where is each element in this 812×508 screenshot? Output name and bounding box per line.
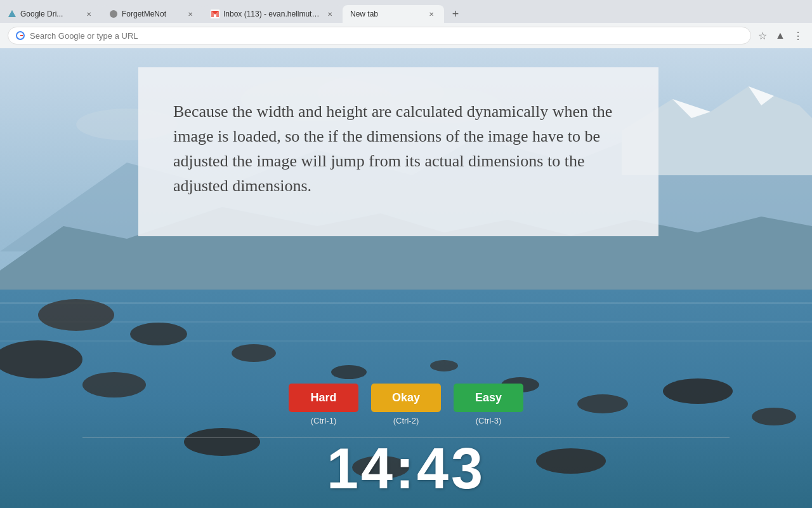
- okay-shortcut: (Ctrl-2): [393, 416, 419, 425]
- svg-point-27: [184, 428, 260, 456]
- omnibar-icons: ☆ ▲ ⋮: [756, 29, 804, 42]
- menu-icon[interactable]: ⋮: [792, 29, 804, 42]
- tab-google-drive-close[interactable]: ✕: [84, 9, 94, 19]
- okay-group: Okay (Ctrl-2): [371, 384, 441, 425]
- tab-newtab-close[interactable]: ✕: [426, 9, 436, 19]
- address-bar[interactable]: [8, 27, 751, 44]
- tab-forgetmenot-label: ForgetMeNot: [122, 10, 180, 18]
- bookmark-icon[interactable]: ☆: [756, 29, 769, 42]
- browser-frame: Google Dri... ✕ ForgetMeNot ✕ Inbox: [0, 0, 812, 508]
- easy-group: Easy (Ctrl-3): [454, 384, 523, 425]
- svg-point-20: [430, 360, 458, 371]
- svg-rect-13: [0, 302, 812, 304]
- tab-google-drive[interactable]: Google Dri... ✕: [0, 5, 102, 23]
- tab-gmail[interactable]: Inbox (113) - evan.hellmuth@... ✕: [203, 5, 343, 23]
- hard-button[interactable]: Hard: [289, 384, 358, 412]
- svg-point-2: [110, 10, 117, 18]
- tab-google-drive-label: Google Dri...: [20, 10, 79, 18]
- timer-display: 14:43: [327, 436, 485, 502]
- tab-newtab[interactable]: New tab ✕: [343, 5, 444, 23]
- svg-rect-14: [0, 321, 812, 323]
- tab-bar: Google Dri... ✕ ForgetMeNot ✕ Inbox: [0, 0, 812, 23]
- new-tab-button[interactable]: +: [447, 5, 464, 23]
- tab-newtab-label: New tab: [350, 10, 421, 18]
- svg-point-19: [331, 365, 367, 379]
- forgetmenot-favicon: [109, 10, 118, 18]
- easy-button[interactable]: Easy: [454, 384, 523, 412]
- svg-point-17: [130, 323, 187, 345]
- svg-point-22: [577, 394, 628, 413]
- controls-area: Hard (Ctrl-1) Okay (Ctrl-2) Easy (Ctrl-3…: [289, 384, 523, 425]
- svg-point-24: [752, 408, 796, 425]
- tab-gmail-close[interactable]: ✕: [325, 9, 335, 19]
- search-input[interactable]: [30, 31, 743, 41]
- user-icon[interactable]: ▲: [774, 29, 787, 42]
- svg-point-23: [663, 378, 733, 404]
- gmail-favicon: [211, 10, 219, 18]
- hard-shortcut: (Ctrl-1): [311, 416, 336, 425]
- easy-shortcut: (Ctrl-3): [476, 416, 501, 425]
- okay-button[interactable]: Okay: [371, 384, 441, 412]
- svg-point-18: [232, 344, 276, 362]
- svg-point-26: [82, 372, 146, 398]
- svg-point-29: [536, 448, 606, 474]
- card-text: Because the width and height are calcula…: [173, 99, 624, 198]
- hard-group: Hard (Ctrl-1): [289, 384, 358, 425]
- difficulty-buttons: Hard (Ctrl-1) Okay (Ctrl-2) Easy (Ctrl-3…: [289, 384, 523, 425]
- tab-forgetmenot[interactable]: ForgetMeNot ✕: [102, 5, 203, 23]
- svg-point-16: [38, 299, 114, 331]
- omnibar: ☆ ▲ ⋮: [0, 23, 812, 48]
- google-logo-icon: [16, 31, 25, 40]
- tab-gmail-label: Inbox (113) - evan.hellmuth@...: [223, 10, 320, 18]
- svg-rect-15: [0, 340, 812, 342]
- tab-forgetmenot-close[interactable]: ✕: [185, 9, 195, 19]
- flashcard: Because the width and height are calcula…: [138, 67, 658, 236]
- page-content: Because the width and height are calcula…: [0, 48, 812, 508]
- google-drive-favicon: [8, 10, 16, 18]
- svg-marker-1: [8, 10, 16, 17]
